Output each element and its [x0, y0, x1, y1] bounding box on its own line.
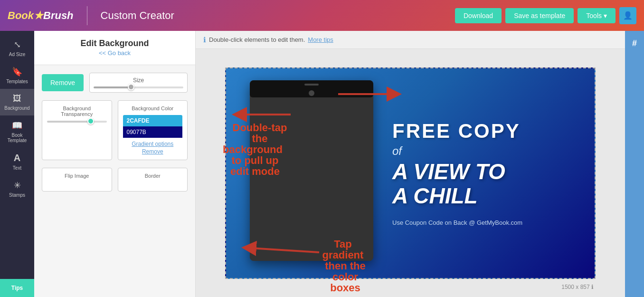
- stamps-icon: ✳: [14, 180, 21, 191]
- size-control: Size: [89, 73, 188, 93]
- gradient-options-link[interactable]: Gradient options: [132, 141, 173, 147]
- templates-icon: 🔖: [12, 67, 22, 77]
- right-panel: #: [625, 31, 644, 297]
- sidebar-item-background[interactable]: 🖼 Background: [0, 89, 34, 115]
- sidebar-item-label: Ad Size: [9, 52, 25, 57]
- panel-header: Edit Background << Go back: [34, 31, 195, 65]
- tablet-top-bar: [250, 80, 373, 89]
- flip-border-row: Flip Image Border: [42, 168, 188, 192]
- sidebar-item-templates[interactable]: 🔖 Templates: [0, 62, 34, 89]
- transparency-color-row: Background Transparency Background Color…: [42, 100, 188, 160]
- background-icon: 🖼: [13, 94, 21, 104]
- remove-button[interactable]: Remove: [42, 74, 84, 91]
- remove-size-row: Remove Size: [42, 73, 188, 93]
- canvas-wrapper: Larissa Reinhart VIEW to a CHILL A CHERR…: [196, 49, 625, 297]
- user-button[interactable]: 👤: [619, 7, 636, 24]
- tools-button[interactable]: Tools ▾: [578, 8, 616, 23]
- app-title: Custom Creator: [101, 10, 447, 22]
- border-box: Border: [118, 168, 188, 192]
- more-tips-link[interactable]: More tips: [308, 36, 333, 43]
- tablet-bottom-bar: [250, 89, 373, 97]
- text-icon: A: [14, 153, 20, 163]
- download-button[interactable]: Download: [455, 8, 502, 23]
- user-icon: 👤: [623, 11, 633, 20]
- info-text: Double-click elements to edit them.: [209, 36, 305, 43]
- sidebar-item-book-template[interactable]: 📖 Book Template: [0, 115, 34, 148]
- transparency-label: Background Transparency: [47, 105, 107, 117]
- sidebar-tips[interactable]: Tips: [0, 279, 34, 297]
- svg-text:boxes: boxes: [330, 282, 360, 294]
- canvas[interactable]: Larissa Reinhart VIEW to a CHILL A CHERR…: [225, 67, 596, 279]
- book-cover[interactable]: Larissa Reinhart VIEW to a CHILL A CHERR…: [250, 80, 373, 261]
- size-slider[interactable]: [94, 86, 183, 88]
- transparency-box: Background Transparency: [42, 100, 112, 160]
- sidebar-item-stamps[interactable]: ✳ Stamps: [0, 175, 34, 202]
- canvas-size-label: 1500 x 857 ℹ: [559, 281, 597, 293]
- ad-size-icon: ⤡: [14, 39, 21, 50]
- border-label: Border: [123, 173, 183, 179]
- size-label: Size: [94, 77, 183, 84]
- sidebar-item-label: Templates: [6, 79, 28, 84]
- free-copy-text: FREE COPY: [392, 120, 521, 143]
- panel-body: Remove Size Background Transparency: [34, 65, 195, 199]
- info-bar: ℹ Double-click elements to edit them. Mo…: [196, 31, 625, 49]
- header: Book★Brush Custom Creator Download Save …: [0, 0, 644, 31]
- sidebar-item-label: Text: [13, 165, 21, 171]
- title-line-1: A VIEW TO: [392, 160, 505, 184]
- title-line-2: A CHILL: [392, 184, 478, 208]
- color-swatch-1[interactable]: 2CAFDE: [123, 115, 183, 126]
- header-buttons: Download Save as template Tools ▾ 👤: [455, 7, 636, 24]
- coupon-text: Use Coupon Code on Back @ GetMyBook.com: [392, 219, 522, 226]
- info-icon: ℹ: [203, 36, 206, 44]
- sidebar-item-ad-size[interactable]: ⤡ Ad Size: [0, 35, 34, 62]
- remove-color-link[interactable]: Remove: [142, 148, 163, 155]
- transparency-thumb[interactable]: [87, 118, 94, 125]
- main-layout: ⤡ Ad Size 🔖 Templates 🖼 Background 📖 Boo…: [0, 31, 644, 297]
- info-size-icon: ℹ: [591, 284, 594, 290]
- book-template-icon: 📖: [12, 120, 22, 131]
- sidebar-item-label: Stamps: [9, 192, 25, 198]
- flip-label: Flip Image: [47, 173, 107, 179]
- of-text: of: [392, 144, 402, 158]
- go-back-link[interactable]: << Go back: [99, 49, 131, 57]
- canvas-area: ℹ Double-click elements to edit them. Mo…: [196, 31, 625, 297]
- sidebar: ⤡ Ad Size 🔖 Templates 🖼 Background 📖 Boo…: [0, 31, 34, 297]
- sidebar-item-text[interactable]: A Text: [0, 148, 34, 175]
- sidebar-item-label: Book Template: [2, 133, 32, 143]
- tablet-camera: [304, 84, 319, 86]
- edit-panel: Edit Background << Go back Remove Size B…: [34, 31, 196, 297]
- size-thumb[interactable]: [128, 84, 134, 90]
- color-swatch-2[interactable]: 09077B: [123, 126, 183, 138]
- sidebar-item-label: Background: [4, 105, 29, 111]
- flip-box: Flip Image: [42, 168, 112, 192]
- panel-title: Edit Background: [42, 38, 188, 48]
- transparency-slider[interactable]: [47, 121, 107, 123]
- logo-text: Book★Brush: [8, 10, 74, 22]
- hash-button[interactable]: #: [628, 35, 641, 52]
- color-links: Gradient options Remove: [123, 141, 183, 155]
- header-divider: [87, 6, 87, 25]
- logo-area: Book★Brush: [8, 10, 74, 22]
- color-box: Background Color 2CAFDE 09077B Gradient …: [118, 100, 188, 160]
- color-label: Background Color: [123, 105, 183, 111]
- tablet-home-btn: [309, 90, 314, 96]
- canvas-text: FREE COPY of A VIEW TO A CHILL Use Coupo…: [373, 110, 595, 236]
- save-template-button[interactable]: Save as template: [505, 8, 574, 23]
